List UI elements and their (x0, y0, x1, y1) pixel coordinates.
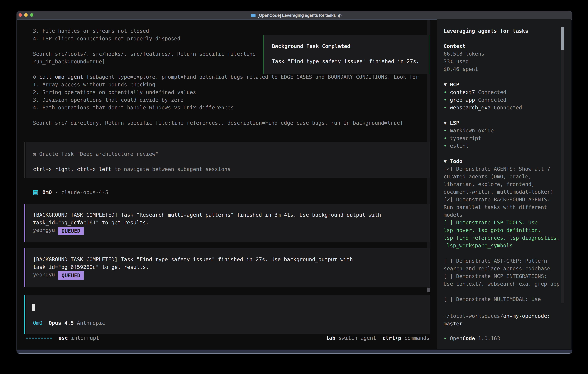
chat-scrollbar-thumb[interactable] (427, 288, 430, 292)
notification-body: Task "Find type safety issues" finished … (272, 57, 419, 65)
text-line: search and replace across codebase (444, 265, 560, 272)
text-segment: [subagent_type=explore, prompt=Find pote… (83, 74, 419, 80)
text-segment: $0.46 spent (444, 66, 478, 72)
text-segment: Connected (475, 89, 506, 95)
sidebar-scrollbar-thumb[interactable] (561, 27, 564, 50)
text-segment: • (444, 143, 450, 149)
text-line: • eslint (444, 142, 494, 150)
activity-dot (29, 338, 31, 339)
text-line: lsp_hover, lsp_goto_definition, (444, 226, 560, 234)
text-segment: • (444, 89, 450, 95)
text-line: [ ] Demonstrate MCP INTEGRATIONS: (444, 272, 560, 280)
text-line: 1. Array access without bounds checking (33, 81, 419, 88)
text-segment: 3. Division operations that could divide… (33, 97, 183, 103)
text-line: Context (444, 42, 484, 50)
text-segment: Run parallel tasks with different (444, 204, 547, 210)
text-line: [ ] Demonstrate AST-GREP: Pattern (444, 257, 560, 265)
agent-checkbox-icon (33, 190, 38, 195)
zoom-button[interactable] (30, 13, 33, 17)
text-segment: • (444, 335, 450, 341)
text-segment: claude-opus-4-5 (61, 189, 108, 195)
text-segment: 3. File handles or streams not closed (33, 28, 149, 34)
text-segment: ctrl+x right, ctrl+x left (33, 166, 111, 172)
text-segment: [ ] Demonstrate MCP INTEGRATIONS: (444, 273, 547, 279)
text-segment: models (444, 212, 462, 218)
sidebar-todo-section[interactable]: ▼ Todo[✓] Demonstrate AGENTS: Show all 7… (444, 157, 560, 303)
text-segment: MCP (450, 82, 459, 87)
input-border (24, 295, 25, 334)
text-line: ▼ Todo (444, 157, 560, 165)
text-segment: LSP (450, 120, 459, 126)
text-segment: curated agents (OmO, oracle, (444, 174, 531, 179)
sidebar-scrollbar-track[interactable] (561, 27, 564, 303)
text-line: master (444, 320, 550, 327)
activity-dots (26, 338, 53, 339)
text-segment: ▼ (444, 120, 450, 126)
text-segment: 4. Path operations that don't handle Win… (33, 104, 234, 111)
activity-dot (38, 338, 40, 339)
text-segment: ▼ (444, 82, 450, 87)
sidebar-context-section: Context66,518 tokens33% used$0.46 spent (444, 42, 484, 73)
text-segment: markdown-oxide (450, 128, 494, 134)
activity-dot (32, 338, 34, 339)
text-cursor (32, 304, 35, 311)
text-line: ▼ MCP (444, 81, 522, 88)
text-segment: librarian, explore, frontend, (444, 181, 535, 187)
text-segment: tab (326, 335, 335, 341)
text-segment: ⚙ (33, 74, 39, 80)
desktop: [OpenCode] Leveraging agents for tasks ◐… (0, 0, 588, 374)
prompt-input[interactable]: OmO Opus 4.5 Anthropic (24, 295, 430, 334)
text-segment: · (52, 189, 61, 195)
sidebar-lsp-section[interactable]: ▼ LSP• markdown-oxide• typescript• eslin… (444, 119, 494, 150)
text-line: 66,518 tokens (444, 50, 484, 58)
task-message-line2: task_id="bg_6f59260c" to get results. (33, 263, 149, 271)
text-segment: 66,518 tokens (444, 51, 484, 57)
text-line: [ ] Demonstrate MULTIMODAL: Use (444, 295, 560, 303)
text-segment: Connected (475, 97, 506, 103)
window-titlebar: [OpenCode] Leveraging agents for tasks ◐ (17, 11, 572, 20)
text-line: Run parallel tasks with different (444, 203, 560, 211)
text-segment: OmO (33, 320, 42, 326)
text-line: document-writer, multimodal-looker) (444, 188, 560, 196)
text-segment: lsp_workspace_symbols (444, 242, 513, 249)
text-segment: document-writer, multimodal-looker) (444, 189, 553, 195)
close-button[interactable] (19, 13, 22, 17)
text-segment (42, 320, 49, 326)
status-badge-queued: QUEUED (58, 271, 84, 280)
text-segment: master (444, 321, 462, 327)
text-segment: Oracle Task "Deep architecture review" (39, 151, 158, 157)
sidebar-mcp-section[interactable]: ▼ MCP• context7 Connected• grep_app Conn… (444, 81, 522, 111)
agent-header: OmO · claude-opus-4-5 (42, 188, 108, 196)
text-segment: run_in_background=true] (33, 59, 105, 64)
text-segment: Code (462, 335, 475, 341)
text-segment: commands (401, 335, 430, 341)
text-segment: Todo (450, 158, 462, 164)
minimize-button[interactable] (24, 13, 28, 17)
text-segment: call_omo_agent (39, 74, 83, 80)
text-segment: oh-my-opencode: (503, 313, 550, 319)
activity-dot (47, 338, 49, 339)
text-line: [✓] Demonstrate BACKGROUND AGENTS: (444, 196, 560, 203)
text-line: [✓] Demonstrate AGENTS: Show all 7 (444, 165, 560, 173)
text-line: ▼ LSP (444, 119, 494, 127)
task-user: yeongyu (33, 226, 55, 234)
activity-dot (44, 338, 46, 339)
text-line: • grep_app Connected (444, 96, 522, 104)
oracle-block-border (24, 142, 25, 178)
text-segment: Connected (491, 104, 522, 111)
text-line: 2. String operations on potentially unde… (33, 88, 419, 96)
notification-title: Background Task Completed (272, 42, 350, 50)
task-block-border (24, 248, 25, 287)
text-line: curated agents (OmO, oracle, (444, 173, 560, 180)
statusbar-left: esc interrupt (58, 334, 99, 342)
sidebar-version: • OpenCode 1.0.163 (444, 334, 500, 342)
task-block-border (24, 204, 25, 242)
text-line: $0.46 spent (444, 65, 484, 73)
status-badge-queued: QUEUED (58, 227, 84, 235)
text-line: 4. Path operations that don't handle Win… (33, 104, 419, 111)
oracle-task-message: ◉ Oracle Task "Deep architecture review"… (24, 142, 430, 178)
text-segment: Search src/ directory. Return specific f… (33, 120, 403, 126)
text-segment: ◉ (33, 151, 39, 157)
task-message-research: [BACKGROUND TASK COMPLETED] Task "Resear… (24, 204, 430, 242)
text-segment: ctrl+p (382, 335, 401, 341)
